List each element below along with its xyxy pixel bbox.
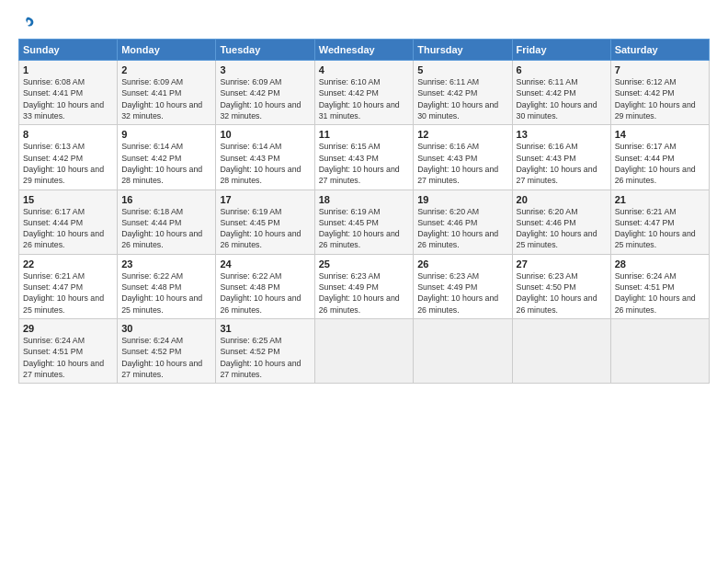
day-number: 29 xyxy=(23,323,113,334)
day-info: Sunrise: 6:24 AMSunset: 4:51 PMDaylight:… xyxy=(615,270,705,316)
day-info: Sunrise: 6:19 AMSunset: 4:45 PMDaylight:… xyxy=(220,206,310,251)
day-number: 22 xyxy=(23,259,113,270)
table-row: 21Sunrise: 6:21 AMSunset: 4:47 PMDayligh… xyxy=(610,190,709,254)
table-row: 31Sunrise: 6:25 AMSunset: 4:52 PMDayligh… xyxy=(216,319,314,384)
day-info: Sunrise: 6:23 AMSunset: 4:49 PMDaylight:… xyxy=(417,270,507,316)
day-info: Sunrise: 6:19 AMSunset: 4:45 PMDaylight:… xyxy=(319,206,409,251)
day-info: Sunrise: 6:24 AMSunset: 4:51 PMDaylight:… xyxy=(23,335,113,380)
table-row: 5Sunrise: 6:11 AMSunset: 4:42 PMDaylight… xyxy=(414,61,512,125)
day-info: Sunrise: 6:12 AMSunset: 4:42 PMDaylight:… xyxy=(615,76,705,121)
table-row: 12Sunrise: 6:16 AMSunset: 4:43 PMDayligh… xyxy=(414,125,512,190)
table-row: 27Sunrise: 6:23 AMSunset: 4:50 PMDayligh… xyxy=(512,254,610,318)
day-number: 18 xyxy=(319,194,409,205)
day-info: Sunrise: 6:24 AMSunset: 4:52 PMDaylight:… xyxy=(121,335,211,380)
table-row: 9Sunrise: 6:14 AMSunset: 4:42 PMDaylight… xyxy=(118,125,216,190)
day-number: 14 xyxy=(615,129,705,140)
day-info: Sunrise: 6:14 AMSunset: 4:43 PMDaylight:… xyxy=(220,141,310,186)
table-row: 30Sunrise: 6:24 AMSunset: 4:52 PMDayligh… xyxy=(118,319,216,384)
table-row: 24Sunrise: 6:22 AMSunset: 4:48 PMDayligh… xyxy=(216,254,314,318)
day-info: Sunrise: 6:23 AMSunset: 4:49 PMDaylight:… xyxy=(319,270,409,316)
day-number: 9 xyxy=(121,129,211,140)
table-row: 8Sunrise: 6:13 AMSunset: 4:42 PMDaylight… xyxy=(19,125,118,190)
calendar-table: Sunday Monday Tuesday Wednesday Thursday… xyxy=(18,39,710,384)
table-row: 10Sunrise: 6:14 AMSunset: 4:43 PMDayligh… xyxy=(216,125,314,190)
day-number: 21 xyxy=(615,194,705,205)
day-info: Sunrise: 6:25 AMSunset: 4:52 PMDaylight:… xyxy=(220,335,310,380)
table-row: 17Sunrise: 6:19 AMSunset: 4:45 PMDayligh… xyxy=(216,190,314,254)
table-row: 25Sunrise: 6:23 AMSunset: 4:49 PMDayligh… xyxy=(314,254,413,318)
table-row: 28Sunrise: 6:24 AMSunset: 4:51 PMDayligh… xyxy=(610,254,709,318)
table-row: 3Sunrise: 6:09 AMSunset: 4:42 PMDaylight… xyxy=(216,61,314,125)
col-tuesday: Tuesday xyxy=(216,40,314,61)
day-number: 13 xyxy=(517,129,607,140)
table-row xyxy=(512,319,610,384)
day-number: 11 xyxy=(319,129,409,140)
day-number: 8 xyxy=(23,129,113,140)
logo-bird-icon xyxy=(19,15,36,31)
logo xyxy=(18,15,37,31)
table-row: 11Sunrise: 6:15 AMSunset: 4:43 PMDayligh… xyxy=(314,125,413,190)
calendar-week-row: 1Sunrise: 6:08 AMSunset: 4:41 PMDaylight… xyxy=(19,61,710,125)
day-info: Sunrise: 6:17 AMSunset: 4:44 PMDaylight:… xyxy=(615,141,705,186)
day-info: Sunrise: 6:13 AMSunset: 4:42 PMDaylight:… xyxy=(23,141,113,186)
day-number: 7 xyxy=(615,64,705,75)
day-number: 26 xyxy=(417,259,507,270)
table-row: 23Sunrise: 6:22 AMSunset: 4:48 PMDayligh… xyxy=(118,254,216,318)
day-number: 17 xyxy=(220,194,310,205)
day-info: Sunrise: 6:22 AMSunset: 4:48 PMDaylight:… xyxy=(220,270,310,316)
table-row xyxy=(314,319,413,384)
day-info: Sunrise: 6:20 AMSunset: 4:46 PMDaylight:… xyxy=(517,206,607,251)
day-info: Sunrise: 6:09 AMSunset: 4:42 PMDaylight:… xyxy=(220,76,310,121)
day-number: 10 xyxy=(220,129,310,140)
day-info: Sunrise: 6:16 AMSunset: 4:43 PMDaylight:… xyxy=(517,141,607,186)
header xyxy=(18,15,710,31)
table-row: 22Sunrise: 6:21 AMSunset: 4:47 PMDayligh… xyxy=(19,254,118,318)
table-row: 29Sunrise: 6:24 AMSunset: 4:51 PMDayligh… xyxy=(19,319,118,384)
day-info: Sunrise: 6:18 AMSunset: 4:44 PMDaylight:… xyxy=(121,206,211,251)
day-number: 1 xyxy=(23,64,113,75)
day-number: 4 xyxy=(319,64,409,75)
table-row xyxy=(414,319,512,384)
day-number: 27 xyxy=(517,259,607,270)
day-number: 12 xyxy=(417,129,507,140)
day-info: Sunrise: 6:22 AMSunset: 4:48 PMDaylight:… xyxy=(121,270,211,316)
day-number: 15 xyxy=(23,194,113,205)
table-row: 2Sunrise: 6:09 AMSunset: 4:41 PMDaylight… xyxy=(118,61,216,125)
page: Sunday Monday Tuesday Wednesday Thursday… xyxy=(0,0,728,563)
col-wednesday: Wednesday xyxy=(314,40,413,61)
day-number: 20 xyxy=(517,194,607,205)
day-number: 25 xyxy=(319,259,409,270)
day-info: Sunrise: 6:21 AMSunset: 4:47 PMDaylight:… xyxy=(615,206,705,251)
day-number: 31 xyxy=(220,323,310,334)
calendar-header-row: Sunday Monday Tuesday Wednesday Thursday… xyxy=(19,40,710,61)
col-monday: Monday xyxy=(118,40,216,61)
table-row: 14Sunrise: 6:17 AMSunset: 4:44 PMDayligh… xyxy=(610,125,709,190)
day-info: Sunrise: 6:17 AMSunset: 4:44 PMDaylight:… xyxy=(23,206,113,251)
calendar-week-row: 22Sunrise: 6:21 AMSunset: 4:47 PMDayligh… xyxy=(19,254,710,318)
calendar-week-row: 8Sunrise: 6:13 AMSunset: 4:42 PMDaylight… xyxy=(19,125,710,190)
calendar-week-row: 15Sunrise: 6:17 AMSunset: 4:44 PMDayligh… xyxy=(19,190,710,254)
col-friday: Friday xyxy=(512,40,610,61)
day-number: 3 xyxy=(220,64,310,75)
day-info: Sunrise: 6:14 AMSunset: 4:42 PMDaylight:… xyxy=(121,141,211,186)
day-number: 6 xyxy=(517,64,607,75)
table-row: 26Sunrise: 6:23 AMSunset: 4:49 PMDayligh… xyxy=(414,254,512,318)
day-info: Sunrise: 6:09 AMSunset: 4:41 PMDaylight:… xyxy=(121,76,211,121)
day-number: 23 xyxy=(121,259,211,270)
day-number: 2 xyxy=(121,64,211,75)
table-row: 7Sunrise: 6:12 AMSunset: 4:42 PMDaylight… xyxy=(610,61,709,125)
day-number: 19 xyxy=(417,194,507,205)
table-row: 4Sunrise: 6:10 AMSunset: 4:42 PMDaylight… xyxy=(314,61,413,125)
day-number: 16 xyxy=(121,194,211,205)
table-row: 13Sunrise: 6:16 AMSunset: 4:43 PMDayligh… xyxy=(512,125,610,190)
table-row: 18Sunrise: 6:19 AMSunset: 4:45 PMDayligh… xyxy=(314,190,413,254)
table-row: 15Sunrise: 6:17 AMSunset: 4:44 PMDayligh… xyxy=(19,190,118,254)
day-info: Sunrise: 6:23 AMSunset: 4:50 PMDaylight:… xyxy=(517,270,607,316)
day-number: 5 xyxy=(417,64,507,75)
table-row: 16Sunrise: 6:18 AMSunset: 4:44 PMDayligh… xyxy=(118,190,216,254)
table-row: 1Sunrise: 6:08 AMSunset: 4:41 PMDaylight… xyxy=(19,61,118,125)
col-saturday: Saturday xyxy=(610,40,709,61)
day-info: Sunrise: 6:11 AMSunset: 4:42 PMDaylight:… xyxy=(417,76,507,121)
col-thursday: Thursday xyxy=(414,40,512,61)
day-info: Sunrise: 6:10 AMSunset: 4:42 PMDaylight:… xyxy=(319,76,409,121)
